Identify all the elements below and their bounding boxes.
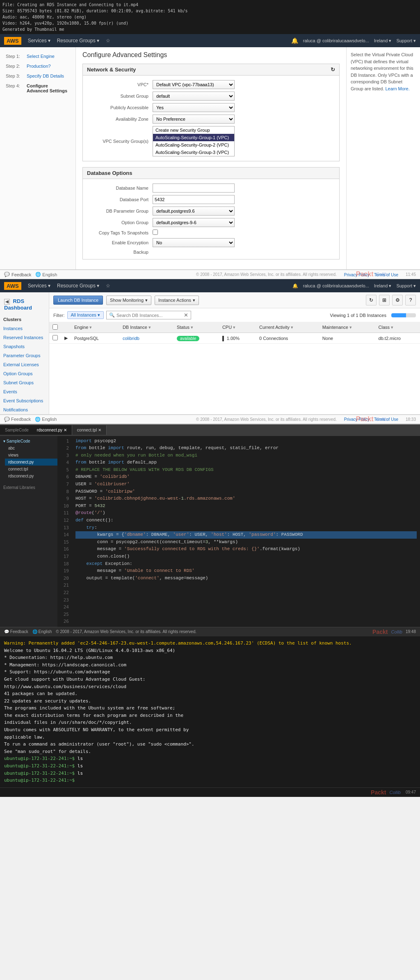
code-content: import psycopg2from bottle import route,… (72, 436, 420, 627)
vpc-option-2[interactable]: AutoScaling-Security-Group-2 (VPC) (153, 141, 234, 149)
network-security-form: VPC* Default VPC (vpc-77baaa13) Subnet G… (83, 76, 339, 161)
file-info-line5: Generated by Thumbnail me (2, 26, 418, 32)
bell-icon-2[interactable]: 🔔 (292, 283, 298, 289)
cell-db-instance[interactable]: colibridb (119, 333, 173, 344)
step-3-label[interactable]: Specify DB Details (27, 73, 64, 78)
sidebar-item-external-licenses[interactable]: External Licenses (0, 360, 49, 369)
sidebar-item-clusters[interactable]: Clusters (0, 315, 49, 324)
col-db-instance[interactable]: DB Instance ▾ (119, 322, 173, 333)
enable-encryption-row: Enable Encryption No (83, 237, 339, 248)
sidebar-item-notifications[interactable]: Notifications (0, 405, 49, 414)
show-monitoring-button[interactable]: Show Monitoring ▾ (106, 296, 151, 305)
copy-tags-checkbox[interactable] (153, 230, 158, 235)
step-1-label[interactable]: Select Engine (27, 54, 55, 59)
step-2-label[interactable]: Production? (27, 64, 51, 69)
col-checkbox (49, 322, 61, 333)
help-icon[interactable]: ? (405, 295, 416, 305)
tree-item-abc[interactable]: abc (5, 445, 57, 452)
aws-logo-2: AWS (4, 282, 21, 290)
top-nav-2: AWS Services ▾ Resource Groups ▾ ☆ 🔔 ral… (0, 279, 420, 292)
tree-item-connect-tpl[interactable]: connect.tpl (5, 466, 57, 473)
col-class[interactable]: Class ▾ (375, 322, 420, 333)
tab-connect-tpl[interactable]: connect.tpl ✕ (72, 425, 107, 435)
sidebar-item-option-groups[interactable]: Option Groups (0, 369, 49, 378)
instance-actions-button[interactable]: Instance Actions ▾ (155, 296, 199, 305)
availability-zone-select[interactable]: No Preference (153, 115, 235, 124)
col-current-activity[interactable]: Current Activity ▾ (256, 322, 319, 333)
bookmark-icon[interactable]: ☆ (106, 38, 110, 44)
nav-support-2[interactable]: Support ▾ (396, 283, 416, 289)
refresh-instances-button[interactable]: ↻ (366, 295, 377, 305)
col-status[interactable]: Status ▾ (173, 322, 219, 333)
bell-icon[interactable]: 🔔 (291, 37, 298, 44)
col-engine[interactable]: Engine ▾ (71, 322, 119, 333)
enable-encryption-select[interactable]: No (153, 238, 235, 247)
sidebar-toggle[interactable]: ◀ (4, 299, 10, 305)
publicly-accessible-row: Publicly Accessible Yes No (83, 102, 339, 113)
learn-more-link[interactable]: Learn More. (385, 86, 409, 91)
publicly-accessible-select[interactable]: Yes No (153, 103, 235, 112)
settings-icon[interactable]: ⚙ (392, 295, 403, 305)
step-4-label[interactable]: Configure Advanced Settings (27, 83, 70, 93)
expand-row-icon[interactable]: ▶ (64, 335, 68, 340)
services-menu[interactable]: Services ▾ (28, 38, 50, 44)
col-maintenance[interactable]: Maintenance ▾ (319, 322, 375, 333)
language-3[interactable]: 🌐 English (32, 629, 52, 634)
bookmark-icon-2[interactable]: ☆ (106, 283, 110, 289)
option-group-label: Option Group (87, 220, 153, 225)
search-clear-button[interactable]: ✕ (184, 312, 188, 318)
db-name-input[interactable] (153, 184, 235, 193)
sidebar-item-snapshots[interactable]: Snapshots (0, 342, 49, 351)
sidebar-item-event-subscriptions[interactable]: Event Subscriptions (0, 396, 49, 405)
vpc-option-1[interactable]: AutoScaling-Security-Group-1 (VPC) (153, 134, 234, 141)
option-group-select[interactable]: default.postgres-9-6 (153, 218, 235, 227)
select-all-checkbox[interactable] (52, 324, 58, 330)
page-title: Configure Advanced Settings (82, 51, 340, 59)
sidebar-item-events[interactable]: Events (0, 387, 49, 396)
db-name-row: Database Name (83, 182, 339, 194)
search-input[interactable] (116, 313, 182, 318)
vpc-option-create[interactable]: Create new Security Group (153, 126, 234, 134)
services-menu-2[interactable]: Services ▾ (28, 283, 50, 289)
language-1[interactable]: 🌐 English (35, 272, 57, 277)
grid-view-button[interactable]: ⊞ (379, 295, 390, 305)
vpc-select[interactable]: Default VPC (vpc-77baaa13) (153, 80, 235, 89)
filter-all-instances[interactable]: All Instances ▾ (67, 311, 104, 319)
refresh-icon[interactable]: ↻ (331, 67, 335, 73)
tree-item-rdsconnect[interactable]: rdsconnect.py (5, 459, 57, 466)
db-port-input[interactable] (153, 195, 235, 204)
nav-region-2[interactable]: Ireland ▾ (374, 283, 392, 289)
resource-groups-menu-2[interactable]: Resource Groups ▾ (57, 283, 99, 289)
status-badge: available (177, 336, 199, 341)
feedback-link-3[interactable]: 💬 Feedback (4, 629, 28, 634)
tab-rdsconnect[interactable]: rdsconnect.py ✕ (32, 425, 72, 435)
sidebar-item-subnet-groups[interactable]: Subnet Groups (0, 378, 49, 387)
sidebar-item-reserved-instances[interactable]: Reserved Instances (0, 333, 49, 342)
nav-support[interactable]: Support ▾ (396, 38, 416, 44)
external-libraries-label: External Libraries (0, 484, 57, 491)
nav-user[interactable]: raluca @ colibriralucaawsdvelo... (303, 38, 369, 43)
tree-item-rdsconnect2[interactable]: rdsconnect.py (5, 473, 57, 480)
db-param-select[interactable]: default.postgres9.6 (153, 207, 235, 216)
feedback-link-2[interactable]: 💬 Feedback (4, 417, 31, 422)
col-cpu[interactable]: CPU ▾ (219, 322, 256, 333)
chevron-down-icon: ▾ (145, 298, 148, 303)
row-checkbox[interactable] (52, 335, 58, 340)
language-2[interactable]: 🌐 English (35, 417, 57, 422)
vpc-security-row: VPC Security Group(s) Create new Securit… (83, 125, 339, 158)
launch-db-button[interactable]: Launch DB Instance (53, 296, 103, 305)
tree-folder-samplecode[interactable]: ▾ SampleCode (0, 438, 57, 445)
feedback-link-1[interactable]: 💬 Feedback (4, 272, 31, 277)
nav-user-2[interactable]: raluca @ colibriralucaawsdvelo... (303, 283, 369, 288)
vpc-option-3[interactable]: AutoScaling-Security-Group-3 (VPC) (153, 149, 234, 156)
vpc-security-dropdown[interactable]: Create new Security Group AutoScaling-Se… (153, 126, 235, 156)
tree-item-views[interactable]: views (5, 452, 57, 459)
sidebar-item-parameter-groups[interactable]: Parameter Groups (0, 351, 49, 360)
subnet-select[interactable]: default (153, 92, 235, 101)
publicly-accessible-label: Publicly Accessible (87, 105, 153, 110)
nav-region[interactable]: Ireland ▾ (374, 38, 392, 44)
sidebar-item-instances[interactable]: Instances (0, 324, 49, 333)
bottom-bar-4: Packt Collib 09:47 (0, 787, 420, 797)
resource-groups-menu[interactable]: Resource Groups ▾ (57, 38, 99, 44)
vpc-security-label: VPC Security Group(s) (87, 139, 153, 144)
